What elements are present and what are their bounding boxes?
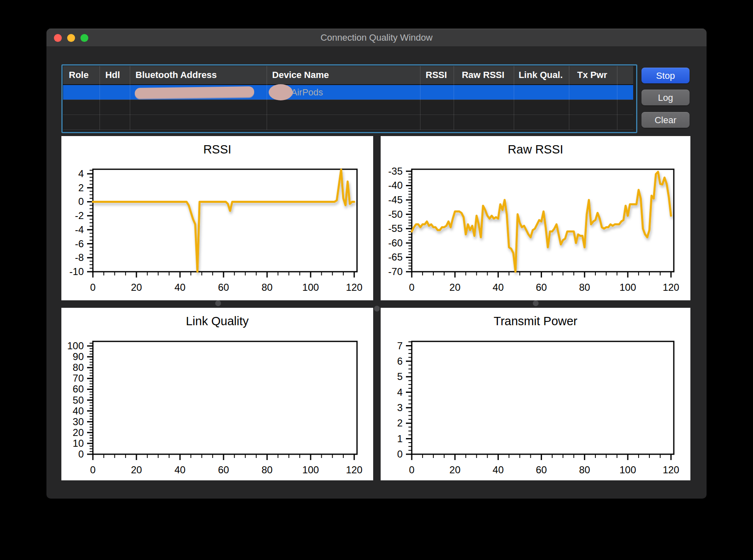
raw-rssi-chart-title: Raw RSSI — [381, 143, 690, 156]
log-button[interactable]: Log — [641, 90, 690, 105]
svg-text:100: 100 — [619, 464, 636, 475]
svg-text:80: 80 — [579, 464, 590, 475]
svg-text:60: 60 — [73, 383, 84, 394]
svg-text:120: 120 — [346, 282, 362, 293]
svg-text:-4: -4 — [75, 224, 84, 235]
table-header-row: RoleHdlBluetooth AddressDevice NameRSSIR… — [63, 66, 633, 85]
svg-text:0: 0 — [409, 464, 414, 475]
svg-text:0: 0 — [78, 196, 84, 207]
svg-text:70: 70 — [73, 373, 84, 384]
svg-text:20: 20 — [131, 464, 142, 475]
column-header-raw-rssi[interactable]: Raw RSSI — [453, 66, 513, 84]
window-title: Connection Quality Window — [46, 29, 707, 47]
svg-text:-10: -10 — [69, 266, 84, 277]
svg-text:0: 0 — [409, 282, 414, 293]
svg-text:-65: -65 — [388, 251, 403, 263]
svg-text:0: 0 — [78, 448, 84, 460]
svg-text:2: 2 — [78, 182, 84, 193]
svg-text:100: 100 — [619, 282, 636, 293]
svg-text:0: 0 — [90, 464, 95, 475]
svg-text:1: 1 — [397, 433, 403, 444]
svg-text:-55: -55 — [388, 223, 403, 234]
svg-text:-6: -6 — [75, 238, 84, 249]
rssi-chart-panel: 420-2-4-6-8-10020406080100120 RSSI — [61, 136, 373, 300]
svg-text:6: 6 — [397, 355, 403, 367]
rssi-chart-title: RSSI — [61, 143, 373, 156]
svg-text:60: 60 — [536, 464, 547, 475]
column-header-bluetooth-address[interactable]: Bluetooth Address — [130, 66, 267, 84]
link-quality-chart: 1009080706050403020100020406080100120 — [61, 308, 373, 480]
titlebar[interactable]: Connection Quality Window — [46, 29, 707, 47]
column-header-device-name[interactable]: Device Name — [266, 66, 419, 84]
link-quality-chart-title: Link Quality — [61, 314, 373, 328]
svg-text:20: 20 — [449, 282, 461, 293]
svg-text:60: 60 — [218, 464, 229, 475]
svg-text:4: 4 — [397, 387, 403, 398]
column-header-tx-pwr[interactable]: Tx Pwr — [568, 66, 616, 84]
column-header-link-qual-[interactable]: Link Qual. — [513, 66, 568, 84]
device-table[interactable]: RoleHdlBluetooth AddressDevice NameRSSIR… — [63, 66, 633, 130]
svg-text:80: 80 — [262, 282, 273, 293]
svg-text:100: 100 — [302, 464, 319, 475]
svg-text:7: 7 — [397, 340, 403, 351]
stop-button[interactable]: Stop — [641, 68, 690, 83]
svg-text:20: 20 — [73, 427, 84, 438]
svg-text:2: 2 — [397, 417, 403, 429]
clear-button[interactable]: Clear — [641, 112, 690, 128]
column-header-role[interactable]: Role — [63, 66, 100, 84]
device-name: AirPods — [291, 85, 323, 100]
redaction-blob — [269, 84, 293, 100]
svg-text:3: 3 — [397, 402, 403, 413]
screen: Connection Quality Window RoleHdlBluetoo… — [0, 0, 753, 560]
svg-text:-40: -40 — [388, 180, 403, 191]
rssi-chart: 420-2-4-6-8-10020406080100120 — [61, 136, 373, 300]
svg-text:-35: -35 — [388, 166, 403, 177]
svg-text:4: 4 — [78, 168, 84, 179]
device-table-focus-ring: RoleHdlBluetooth AddressDevice NameRSSIR… — [61, 64, 637, 133]
transmit-power-chart: 76543210020406080100120 — [381, 308, 690, 480]
svg-text:20: 20 — [131, 282, 142, 293]
table-row[interactable]: AirPods — [63, 85, 633, 100]
svg-text:120: 120 — [663, 464, 679, 475]
svg-text:-2: -2 — [75, 210, 84, 221]
splitter-handle[interactable] — [374, 306, 380, 312]
redaction-blob — [135, 86, 254, 99]
raw-rssi-chart: -35-40-45-50-55-60-65-70020406080100120 — [381, 136, 690, 300]
table-row[interactable] — [63, 100, 633, 115]
svg-text:80: 80 — [262, 464, 273, 475]
svg-text:0: 0 — [90, 282, 95, 293]
svg-text:80: 80 — [73, 362, 84, 373]
column-header-spacer[interactable] — [616, 66, 633, 84]
table-row[interactable] — [63, 115, 633, 130]
svg-text:-50: -50 — [388, 209, 403, 220]
column-header-rssi[interactable]: RSSI — [420, 66, 453, 84]
svg-text:40: 40 — [175, 282, 186, 293]
svg-text:-8: -8 — [75, 252, 84, 263]
svg-text:0: 0 — [397, 448, 403, 460]
svg-text:40: 40 — [493, 464, 504, 475]
svg-text:90: 90 — [73, 351, 84, 362]
transmit-power-chart-title: Transmit Power — [381, 314, 690, 328]
svg-text:30: 30 — [73, 416, 84, 427]
splitter-handle[interactable] — [215, 300, 221, 306]
svg-text:-60: -60 — [388, 237, 403, 248]
connection-quality-window: Connection Quality Window RoleHdlBluetoo… — [46, 29, 707, 499]
svg-text:100: 100 — [302, 282, 319, 293]
svg-text:80: 80 — [579, 282, 590, 293]
svg-text:120: 120 — [346, 464, 362, 475]
svg-text:5: 5 — [397, 371, 403, 382]
raw-rssi-chart-panel: -35-40-45-50-55-60-65-70020406080100120 … — [381, 136, 690, 300]
transmit-power-chart-panel: 76543210020406080100120 Transmit Power — [381, 308, 690, 480]
svg-text:40: 40 — [73, 405, 84, 416]
link-quality-chart-panel: 1009080706050403020100020406080100120 Li… — [61, 308, 373, 480]
svg-text:60: 60 — [218, 282, 229, 293]
svg-text:40: 40 — [175, 464, 186, 475]
svg-text:60: 60 — [536, 282, 547, 293]
svg-text:100: 100 — [67, 340, 84, 351]
svg-text:-45: -45 — [388, 194, 403, 205]
splitter-handle[interactable] — [533, 300, 539, 306]
svg-text:40: 40 — [493, 282, 504, 293]
svg-text:20: 20 — [449, 464, 461, 475]
svg-text:50: 50 — [73, 394, 84, 406]
column-header-hdl[interactable]: Hdl — [100, 66, 130, 84]
